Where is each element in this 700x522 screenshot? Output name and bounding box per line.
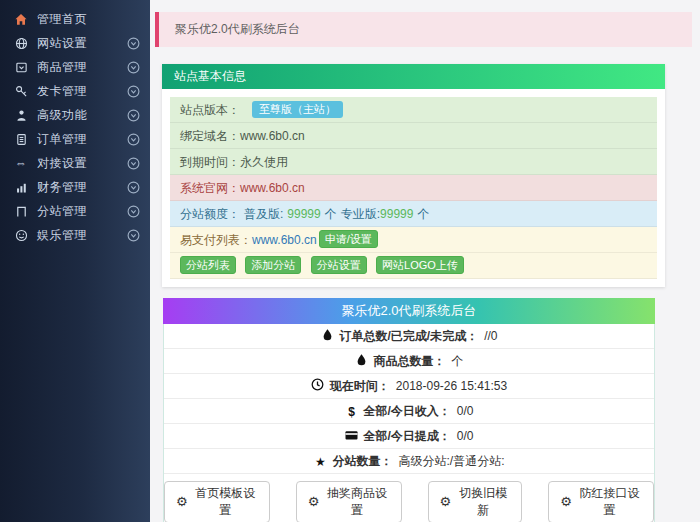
sidebar-item-label: 高级功能 xyxy=(37,107,127,124)
sidebar-item-card-management[interactable]: 发卡管理 xyxy=(0,79,150,103)
sidebar-item-finance[interactable]: 财务管理 xyxy=(0,175,150,199)
star-icon: ★ xyxy=(313,450,327,475)
clock-icon xyxy=(311,378,325,391)
expire-value: 永久使用 xyxy=(240,155,288,169)
sidebar-item-label: 对接设置 xyxy=(37,155,127,172)
chevron-down-icon[interactable] xyxy=(127,157,140,170)
site-info-header: 站点基本信息 xyxy=(162,64,665,89)
products-icon xyxy=(13,60,29,74)
finance-chart-icon xyxy=(13,180,29,194)
sidebar-item-advanced[interactable]: 高级功能 xyxy=(0,103,150,127)
card-icon xyxy=(344,430,358,441)
stat-label: 订单总数/已完成/未完成： xyxy=(339,329,478,343)
row-site-version: 站点版本：至尊版（主站） xyxy=(170,97,657,123)
gear-icon: ⚙ xyxy=(440,496,452,508)
lottery-products-button[interactable]: ⚙抽奖商品设置 xyxy=(296,481,402,522)
logo-upload-button[interactable]: 网站LOGO上传 xyxy=(376,256,464,274)
row-label: 站点版本： xyxy=(180,103,240,117)
stat-value: 个 xyxy=(452,354,464,368)
stat-row-products: 商品总数量：个 xyxy=(164,349,654,374)
epay-link[interactable]: www.6b0.cn xyxy=(252,233,317,247)
stat-row-current-time: 现在时间：2018-09-26 15:41:53 xyxy=(164,374,654,399)
sidebar-item-label: 娱乐管理 xyxy=(37,227,127,244)
chevron-down-icon[interactable] xyxy=(127,37,140,50)
stat-label: 分站数量： xyxy=(332,454,392,468)
sidebar-item-orders[interactable]: 订单管理 xyxy=(0,127,150,151)
stat-value: 0/0 xyxy=(457,404,474,418)
epay-apply-button[interactable]: 申请/设置 xyxy=(319,230,378,248)
gear-icon: ⚙ xyxy=(308,496,320,508)
button-label: 首页模板设置 xyxy=(193,485,258,519)
row-label: 到期时间： xyxy=(180,155,240,169)
row-label: 系统官网： xyxy=(180,181,240,195)
system-title-text: 聚乐优2.0代刷系统后台 xyxy=(175,21,300,38)
row-substation-actions: 分站列表 添加分站 分站设置 网站LOGO上传 xyxy=(170,253,657,279)
stat-value: 高级分站:/普通分站: xyxy=(398,454,504,468)
stat-row-substation-count: ★分站数量：高级分站:/普通分站: xyxy=(164,449,654,474)
row-substation-quota: 分站额度：普及版:99999个专业版:99999个 xyxy=(170,201,657,227)
globe-icon xyxy=(13,36,29,50)
gear-icon: ⚙ xyxy=(176,496,188,508)
chevron-down-icon[interactable] xyxy=(127,181,140,194)
stat-row-orders: 订单总数/已完成/未完成：//0 xyxy=(164,324,654,349)
sidebar-item-site-settings[interactable]: 网站设置 xyxy=(0,31,150,55)
homepage-template-button[interactable]: ⚙首页模板设置 xyxy=(164,481,270,522)
drop-icon xyxy=(320,328,334,341)
quota-tier2-count: 99999 xyxy=(380,207,413,221)
site-info-table: 站点版本：至尊版（主站） 绑定域名：www.6b0.cn 到期时间：永久使用 系… xyxy=(170,97,657,279)
admin-app: 管理首页 网站设置 商品管理 发卡管理 xyxy=(0,0,700,522)
quota-tier1-count: 99999 xyxy=(287,207,320,221)
antired-api-button[interactable]: ⚙防红接口设置 xyxy=(548,481,654,522)
button-label: 切换旧模新 xyxy=(456,485,510,519)
stat-label: 全部/今日提成： xyxy=(363,429,450,443)
chevron-down-icon[interactable] xyxy=(127,229,140,242)
button-label: 抽奖商品设置 xyxy=(324,485,389,519)
version-badge: 至尊版（主站） xyxy=(252,101,343,118)
sidebar-item-label: 管理首页 xyxy=(37,11,140,28)
add-substation-button[interactable]: 添加分站 xyxy=(245,256,301,274)
row-label: 易支付列表： xyxy=(180,233,252,247)
gear-icon: ⚙ xyxy=(560,496,572,508)
official-site-link[interactable]: www.6b0.cn xyxy=(240,181,305,195)
quota-tier1-unit: 个 xyxy=(325,207,337,221)
sidebar-item-products[interactable]: 商品管理 xyxy=(0,55,150,79)
chevron-down-icon[interactable] xyxy=(127,61,140,74)
stat-label: 全部/今日收入： xyxy=(363,404,450,418)
stat-label: 现在时间： xyxy=(330,379,390,393)
stat-row-income: $全部/今日收入：0/0 xyxy=(164,399,654,424)
sidebar-item-api-settings[interactable]: ⇔ 对接设置 xyxy=(0,151,150,175)
substation-settings-button[interactable]: 分站设置 xyxy=(311,256,367,274)
chevron-down-icon[interactable] xyxy=(127,205,140,218)
row-epay-list: 易支付列表：www.6b0.cn申请/设置 xyxy=(170,227,657,253)
domain-value: www.6b0.cn xyxy=(240,129,305,143)
dollar-icon: $ xyxy=(344,400,358,425)
dashboard-body: 订单总数/已完成/未完成：//0 商品总数量：个 现在时间：2018-09-26… xyxy=(163,324,655,522)
sidebar-item-entertainment[interactable]: 娱乐管理 xyxy=(0,223,150,247)
stat-value: //0 xyxy=(484,329,497,343)
quota-tier2-unit: 个 xyxy=(417,207,429,221)
sidebar-item-label: 商品管理 xyxy=(37,59,127,76)
sidebar-item-label: 订单管理 xyxy=(37,131,127,148)
quota-tier1-label: 普及版: xyxy=(244,207,283,221)
home-icon xyxy=(13,12,29,26)
dashboard-header: 聚乐优2.0代刷系统后台 xyxy=(163,298,655,324)
site-info-panel: 站点基本信息 站点版本：至尊版（主站） 绑定域名：www.6b0.cn 到期时间… xyxy=(162,64,665,287)
switch-template-button[interactable]: ⚙切换旧模新 xyxy=(428,481,523,522)
orders-icon xyxy=(13,132,29,146)
quota-tier2-label: 专业版: xyxy=(341,207,380,221)
sidebar: 管理首页 网站设置 商品管理 发卡管理 xyxy=(0,0,150,522)
sidebar-item-label: 网站设置 xyxy=(37,35,127,52)
sidebar-item-substations[interactable]: 分站管理 xyxy=(0,199,150,223)
chevron-down-icon[interactable] xyxy=(127,85,140,98)
dashboard-panel: 聚乐优2.0代刷系统后台 订单总数/已完成/未完成：//0 商品总数量：个 现在… xyxy=(163,298,655,522)
chevron-down-icon[interactable] xyxy=(127,109,140,122)
sidebar-item-label: 财务管理 xyxy=(37,179,127,196)
link-arrows-icon: ⇔ xyxy=(13,156,29,170)
button-label: 防红接口设置 xyxy=(577,485,642,519)
drop-icon xyxy=(355,353,369,366)
substation-list-button[interactable]: 分站列表 xyxy=(180,256,236,274)
row-expire-time: 到期时间：永久使用 xyxy=(170,149,657,175)
row-label: 分站额度： xyxy=(180,207,240,221)
chevron-down-icon[interactable] xyxy=(127,133,140,146)
sidebar-item-home[interactable]: 管理首页 xyxy=(0,7,150,31)
